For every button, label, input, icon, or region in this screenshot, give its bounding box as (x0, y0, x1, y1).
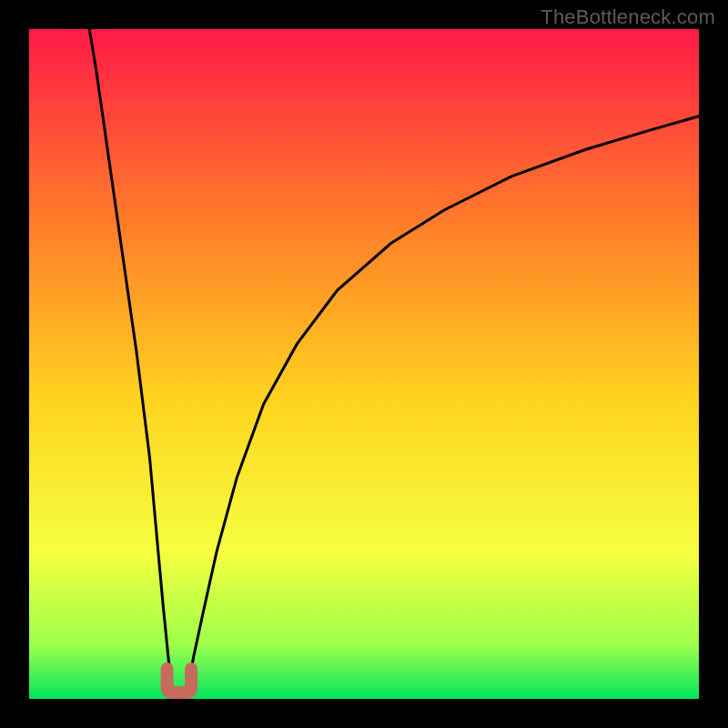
black-frame: TheBottleneck.com (0, 0, 728, 728)
chart-svg (29, 29, 699, 699)
gradient-background (29, 29, 699, 699)
plot-area (29, 29, 699, 699)
watermark-text: TheBottleneck.com (541, 5, 715, 29)
